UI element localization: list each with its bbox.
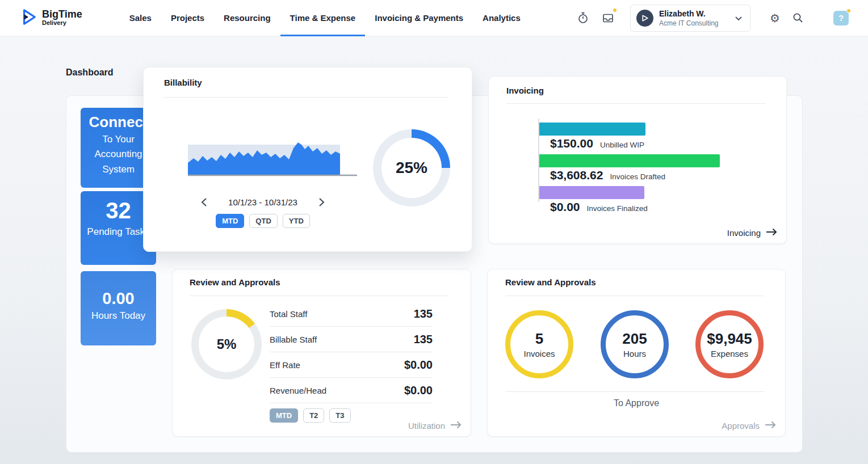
hours-ring: 205 Hours xyxy=(601,310,669,378)
nav-sales[interactable]: Sales xyxy=(120,0,161,36)
card-title: Billability xyxy=(164,78,202,87)
row-label: Billable Staff xyxy=(270,335,317,344)
utilization-card: Review and Approvals 5% Total Staff 135 … xyxy=(172,269,471,437)
chip-ytd[interactable]: YTD xyxy=(283,214,310,228)
approvals-card: Review and Approvals 5 Invoices 205 Hour… xyxy=(487,269,786,437)
row-value: 135 xyxy=(414,307,433,320)
to-approve-caption: To Approve xyxy=(488,398,785,408)
bar-amount: $150.00 xyxy=(550,137,593,150)
bar-unbilled-wip xyxy=(539,123,645,136)
utilization-donut: 5% xyxy=(191,309,262,379)
divider xyxy=(505,391,764,392)
app-window: BigTime Delivery Sales Projects Resourci… xyxy=(0,0,868,464)
row-value: $0.00 xyxy=(404,384,433,397)
main-nav: Sales Projects Resourcing Time & Expense… xyxy=(120,0,530,36)
ring-value: 205 xyxy=(622,330,647,348)
date-range-nav: 10/1/23 - 10/31/23 xyxy=(198,196,328,208)
ring-label: Invoices xyxy=(523,349,555,358)
bar-amount: $0.00 xyxy=(550,200,580,214)
divider xyxy=(506,103,765,104)
bar-invoices-finalized xyxy=(539,186,644,199)
chip-t3[interactable]: T3 xyxy=(329,408,350,423)
row-label: Eff Rate xyxy=(270,360,300,370)
help-notification-dot xyxy=(846,9,851,13)
chevron-right-icon[interactable] xyxy=(316,196,328,208)
user-company: Acme IT Consulting xyxy=(659,19,719,27)
brand-sub: Delivery xyxy=(42,19,82,27)
bar-label: Unbilled WIP xyxy=(600,141,644,149)
user-avatar xyxy=(636,10,653,27)
chip-mtd[interactable]: MTD xyxy=(270,408,298,423)
chip-mtd[interactable]: MTD xyxy=(216,214,244,228)
divider xyxy=(190,296,448,296)
nav-projects[interactable]: Projects xyxy=(161,0,214,36)
bar-invoices-drafted xyxy=(539,154,720,167)
period-chip-group: MTD QTD YTD xyxy=(178,214,348,228)
tile-headline: 0.00 xyxy=(83,289,153,308)
search-icon[interactable] xyxy=(788,9,807,28)
chip-qtd[interactable]: QTD xyxy=(249,214,277,228)
date-range-text: 10/1/23 - 10/31/23 xyxy=(228,197,297,207)
user-name: Elizabeth W. xyxy=(659,9,719,18)
arrow-right-icon xyxy=(450,421,462,431)
chip-t2[interactable]: T2 xyxy=(303,408,324,423)
card-title: Review and Approvals xyxy=(190,277,280,287)
invoicing-link[interactable]: Invoicing xyxy=(727,228,777,238)
billability-area-chart xyxy=(188,136,358,180)
billability-donut: 25% xyxy=(373,129,450,206)
brand-logo-icon xyxy=(20,9,37,28)
divider xyxy=(164,97,448,98)
table-row: Billable Staff 135 xyxy=(270,327,433,352)
arrow-right-icon xyxy=(765,421,776,431)
period-chip-group: MTD T2 T3 xyxy=(270,408,351,423)
expenses-ring: $9,945 Expenses xyxy=(695,310,764,378)
billability-percent: 25% xyxy=(373,129,450,206)
table-row: Eff Rate $0.00 xyxy=(270,352,433,378)
nav-analytics[interactable]: Analytics xyxy=(473,0,530,36)
help-chat-icon[interactable]: ? xyxy=(833,11,849,26)
gear-icon[interactable]: ⚙ xyxy=(765,9,785,28)
chevron-down-icon xyxy=(735,13,742,23)
utilization-link[interactable]: Utilization xyxy=(408,421,462,431)
user-menu[interactable]: Elizabeth W. Acme IT Consulting xyxy=(630,5,750,32)
brand-logo[interactable]: BigTime Delivery xyxy=(20,9,82,28)
page-title: Dashboard xyxy=(66,68,114,78)
ring-value: $9,945 xyxy=(707,330,752,348)
nav-time-expense[interactable]: Time & Expense xyxy=(280,0,366,36)
inbox-notification-dot xyxy=(613,8,617,12)
brand-name: BigTime xyxy=(42,9,82,19)
top-navigation-bar: BigTime Delivery Sales Projects Resourci… xyxy=(0,0,868,36)
utilization-table: Total Staff 135 Billable Staff 135 Eff R… xyxy=(270,301,433,403)
invoices-ring: 5 Invoices xyxy=(505,310,573,378)
bar-label: Invoices Finalized xyxy=(587,204,648,213)
invoicing-card: Invoicing $150.00 Unbilled WIP $3,608.62… xyxy=(488,76,787,244)
row-value: $0.00 xyxy=(404,358,433,372)
ring-value: 5 xyxy=(535,330,543,348)
billability-card: Billability 10/1/23 - 10/31/23 MTD QTD Y… xyxy=(143,67,472,252)
arrow-right-icon xyxy=(766,228,777,238)
timer-icon[interactable] xyxy=(573,9,593,28)
row-label: Total Staff xyxy=(270,309,307,319)
table-row: Total Staff 135 xyxy=(270,301,433,327)
card-title: Review and Approvals xyxy=(505,277,596,287)
card-title: Invoicing xyxy=(506,86,544,95)
header-actions: Elizabeth W. Acme IT Consulting ⚙ xyxy=(573,5,868,32)
ring-label: Expenses xyxy=(711,349,748,358)
nav-invoicing-payments[interactable]: Invoicing & Payments xyxy=(365,0,473,36)
inbox-icon[interactable] xyxy=(598,9,618,28)
bar-label: Invoices Drafted xyxy=(610,172,665,181)
chevron-left-icon[interactable] xyxy=(198,196,210,208)
approvals-link[interactable]: Approvals xyxy=(722,421,776,431)
bar-amount: $3,608.62 xyxy=(550,168,603,182)
divider xyxy=(505,296,764,296)
row-label: Revenue/Head xyxy=(270,386,326,395)
utilization-percent: 5% xyxy=(191,309,262,379)
tile-hours-today[interactable]: 0.00 Hours Today xyxy=(81,271,156,345)
table-row: Revenue/Head $0.00 xyxy=(270,378,433,403)
ring-label: Hours xyxy=(623,349,646,358)
tile-sub: Hours Today xyxy=(83,310,153,322)
row-value: 135 xyxy=(414,333,433,346)
nav-resourcing[interactable]: Resourcing xyxy=(214,0,280,36)
